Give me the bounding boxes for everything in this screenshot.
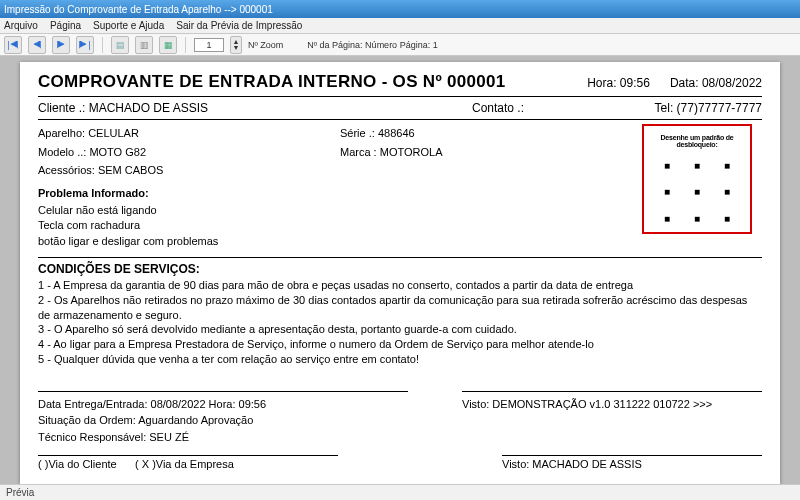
- status-bar: Prévia: [0, 484, 800, 500]
- contato-label: Contato .:: [472, 101, 524, 115]
- condicao-line: 2 - Os Aparelhos não retirados no prazo …: [38, 293, 762, 323]
- nav-first-button[interactable]: |⯇: [4, 36, 22, 54]
- cliente-label: Cliente .:: [38, 101, 85, 115]
- status-previa: Prévia: [6, 487, 34, 498]
- marca-value: MOTOROLA: [380, 146, 443, 158]
- pattern-title: Desenhe um padrão de desbloqueio:: [652, 134, 742, 148]
- zoom-label: Nº Zoom: [248, 40, 283, 50]
- doc3-icon: ▦: [164, 40, 173, 50]
- pattern-dot: ■: [682, 152, 712, 179]
- data-label: Data:: [670, 76, 699, 90]
- pattern-dot: ■: [682, 205, 712, 232]
- tel-value: (77)77777-7777: [677, 101, 762, 115]
- stepper-icon: ▲▼: [233, 39, 240, 51]
- page-info-label: Nº da Página: Número Página: 1: [307, 40, 437, 50]
- menu-suporte[interactable]: Suporte e Ajuda: [93, 20, 164, 31]
- title-bar: Impressão do Comprovante de Entrada Apar…: [0, 0, 800, 18]
- problema-line: Celular não está ligando: [38, 203, 340, 218]
- condicao-line: 3 - O Aparelho só será devolvido mediant…: [38, 322, 762, 337]
- tool-button-2[interactable]: ▥: [135, 36, 153, 54]
- nav-last-button[interactable]: ⯈|: [76, 36, 94, 54]
- document-page: COMPROVANTE DE ENTRADA INTERNO - OS Nº 0…: [20, 62, 780, 484]
- hora-value: 09:56: [620, 76, 650, 90]
- problema-line: botão ligar e desligar com problemas: [38, 234, 340, 249]
- divider: [38, 119, 762, 120]
- toolbar-separator: [102, 37, 103, 53]
- entrega-line: Data Entrega/Entrada: 08/08/2022 Hora: 0…: [38, 396, 408, 413]
- menu-pagina[interactable]: Página: [50, 20, 81, 31]
- hora-label: Hora:: [587, 76, 616, 90]
- data-value: 08/08/2022: [702, 76, 762, 90]
- problema-line: Tecla com rachadura: [38, 218, 340, 233]
- divider: [38, 391, 408, 392]
- doc-icon: ▤: [116, 40, 125, 50]
- situacao-line: Situação da Ordem: Aguardando Aprovação: [38, 412, 408, 429]
- pattern-dot: ■: [712, 205, 742, 232]
- header-datetime: Hora: 09:56 Data: 08/08/2022: [587, 76, 762, 90]
- tool-button-3[interactable]: ▦: [159, 36, 177, 54]
- zoom-stepper[interactable]: ▲▼: [230, 36, 242, 54]
- window-title: Impressão do Comprovante de Entrada Apar…: [4, 4, 273, 15]
- nav-prev-button[interactable]: ⯇: [28, 36, 46, 54]
- doc2-icon: ▥: [140, 40, 149, 50]
- pattern-dot: ■: [682, 179, 712, 206]
- divider: [38, 257, 762, 258]
- marca-label: Marca :: [340, 146, 377, 158]
- nav-next-icon: ⯈: [57, 40, 66, 50]
- pattern-dot: ■: [712, 152, 742, 179]
- pattern-dot: ■: [652, 179, 682, 206]
- divider: [38, 96, 762, 97]
- menu-bar: Arquivo Página Suporte e Ajuda Sair da P…: [0, 18, 800, 34]
- modelo-value: MOTO G82: [89, 146, 146, 158]
- via-cliente: ( )Via do Cliente: [38, 458, 117, 470]
- menu-sair[interactable]: Sair da Prévia de Impressão: [176, 20, 302, 31]
- aparelho-value: CELULAR: [88, 127, 139, 139]
- menu-arquivo[interactable]: Arquivo: [4, 20, 38, 31]
- visto-demo: Visto: DEMONSTRAÇÃO v1.0 311222 010722 >…: [462, 396, 762, 413]
- unlock-pattern-box: Desenhe um padrão de desbloqueio: ■■■ ■■…: [642, 124, 752, 234]
- divider: [462, 391, 762, 392]
- document-title: COMPROVANTE DE ENTRADA INTERNO - OS Nº 0…: [38, 72, 505, 92]
- cliente-value: MACHADO DE ASSIS: [89, 101, 208, 115]
- nav-first-icon: |⯇: [7, 40, 18, 50]
- pattern-dot: ■: [712, 179, 742, 206]
- aparelho-label: Aparelho:: [38, 127, 85, 139]
- print-preview-viewport: COMPROVANTE DE ENTRADA INTERNO - OS Nº 0…: [0, 56, 800, 484]
- nav-last-icon: ⯈|: [79, 40, 90, 50]
- acessorios-value: SEM CABOS: [98, 164, 163, 176]
- modelo-label: Modelo ..:: [38, 146, 86, 158]
- pattern-dot-grid: ■■■ ■■■ ■■■: [652, 152, 742, 232]
- toolbar: |⯇ ⯇ ⯈ ⯈| ▤ ▥ ▦ 1 ▲▼ Nº Zoom Nº da Págin…: [0, 34, 800, 56]
- condicao-line: 1 - A Empresa da garantia de 90 dias par…: [38, 278, 762, 293]
- condicao-line: 4 - Ao ligar para a Empresa Prestadora d…: [38, 337, 762, 352]
- condicao-line: 5 - Qualquer dúvida que venha a ter com …: [38, 352, 762, 367]
- zoom-input[interactable]: 1: [194, 38, 224, 52]
- nav-next-button[interactable]: ⯈: [52, 36, 70, 54]
- tool-button-1[interactable]: ▤: [111, 36, 129, 54]
- toolbar-separator-2: [185, 37, 186, 53]
- pattern-dot: ■: [652, 205, 682, 232]
- tel-label: Tel:: [655, 101, 674, 115]
- serie-value: 488646: [378, 127, 415, 139]
- via-empresa: ( X )Via da Empresa: [135, 458, 234, 470]
- pattern-dot: ■: [652, 152, 682, 179]
- nav-prev-icon: ⯇: [33, 40, 42, 50]
- serie-label: Série .:: [340, 127, 375, 139]
- condicoes-title: CONDIÇÕES DE SERVIÇOS:: [38, 262, 762, 276]
- problema-title: Problema Informado:: [38, 184, 340, 203]
- via-signature: ( )Via do Cliente ( X )Via da Empresa: [38, 455, 338, 470]
- tecnico-line: Técnico Responsável: SEU ZÉ: [38, 429, 408, 446]
- acessorios-label: Acessórios:: [38, 164, 95, 176]
- visto-cliente-line: Visto: MACHADO DE ASSIS: [502, 455, 762, 470]
